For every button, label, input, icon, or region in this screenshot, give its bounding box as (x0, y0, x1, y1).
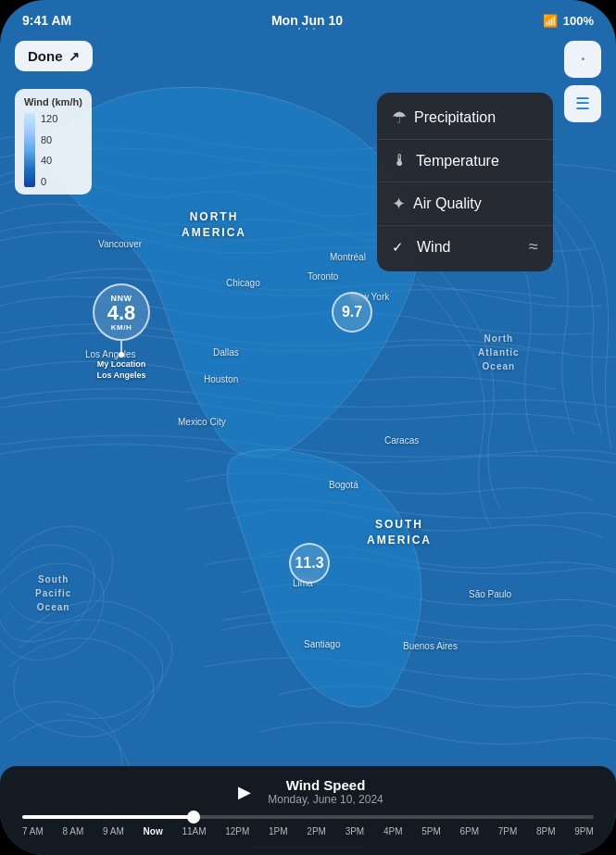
timeline-label-2pm: 2PM (307, 826, 326, 836)
timeline-label-9pm: 9PM (574, 826, 594, 836)
wind-location-label: My Location (97, 359, 146, 369)
timeline-label-8pm: 8PM (536, 826, 556, 836)
play-button[interactable]: ▶ (233, 780, 257, 804)
legend-title: Wind (km/h) (24, 96, 82, 107)
wind-badge-secondary[interactable]: 9.7 (332, 292, 372, 333)
timeline-fill (22, 815, 194, 819)
timeline-header: ▶ Wind Speed Monday, June 10, 2024 (15, 777, 601, 806)
timeline-label-5pm: 5PM (421, 826, 441, 836)
timeline-panel: ▶ Wind Speed Monday, June 10, 2024 7 AM … (0, 766, 616, 855)
timeline-label-7pm: 7PM (498, 826, 518, 836)
wind-speed-secondary: 9.7 (342, 305, 362, 320)
status-time: 9:41 AM (22, 13, 71, 28)
device-frame: 9:41 AM Mon Jun 10 📶 100% ··· Done ↗ ⬝ ☰… (0, 0, 616, 855)
timeline-title: Wind Speed (268, 777, 383, 793)
wind-legend: Wind (km/h) 120 80 40 0 (15, 89, 92, 195)
wind-badge-circle-tertiary: 11.3 (289, 543, 330, 584)
timeline-label-6pm: 6PM (459, 826, 479, 836)
wind-badge-tertiary[interactable]: 11.3 (289, 543, 330, 584)
wind-city-label: Los Angeles (96, 371, 145, 380)
timeline-thumb[interactable] (187, 811, 200, 824)
air-quality-icon: ✦ (392, 194, 406, 214)
timeline-label-now: Now (144, 826, 163, 836)
menu-item-air-quality[interactable]: ✦ Air Quality (377, 182, 553, 226)
status-right: 📶 100% (543, 14, 594, 28)
temperature-label: Temperature (416, 153, 499, 170)
layer-dropdown-menu: ☂ Precipitation 🌡 Temperature ✦ Air Qual… (377, 93, 553, 271)
wind-unit-main: KM/H (111, 323, 132, 332)
legend-labels: 120 80 40 0 (41, 113, 57, 187)
legend-label-0: 0 (41, 176, 57, 187)
cursor-icon: ↗ (69, 49, 80, 64)
legend-label-40: 40 (41, 155, 57, 166)
timeline-label-8am: 8 AM (63, 826, 84, 836)
timeline-label-3pm: 3PM (346, 826, 365, 836)
wind-checkmark: ✓ (392, 239, 404, 256)
timeline-label-12pm: 12PM (225, 826, 249, 836)
wind-label: Wind (417, 239, 450, 256)
timeline-labels: 7 AM 8 AM 9 AM Now 11AM 12PM 1PM 2PM 3PM… (15, 826, 601, 836)
precipitation-icon: ☂ (392, 107, 407, 128)
location-icon: ⬝ (578, 50, 588, 69)
play-icon: ▶ (238, 783, 251, 801)
wind-badge-circle-secondary: 9.7 (332, 292, 372, 333)
menu-item-wind[interactable]: ✓ Wind ≈ (377, 226, 553, 268)
location-button[interactable]: ⬝ (564, 41, 601, 78)
air-quality-label: Air Quality (413, 195, 482, 212)
layers-button[interactable]: ☰ (564, 85, 601, 122)
drag-handle: ··· (296, 19, 319, 38)
timeline-label-7am: 7 AM (22, 826, 44, 836)
wind-icon: ≈ (529, 237, 538, 257)
done-label: Done (28, 48, 63, 64)
temperature-icon: 🌡 (392, 151, 409, 170)
legend-label-80: 80 (41, 134, 57, 145)
wind-badge-dot-main (119, 352, 124, 358)
legend-bar (24, 113, 35, 187)
wind-speed-main: 4.8 (107, 303, 136, 323)
wind-speed-tertiary: 11.3 (295, 556, 323, 571)
layers-icon: ☰ (575, 94, 590, 114)
menu-item-precipitation[interactable]: ☂ Precipitation (377, 96, 553, 140)
timeline-title-block: Wind Speed Monday, June 10, 2024 (268, 777, 383, 806)
timeline-label-1pm: 1PM (269, 826, 288, 836)
right-controls: ⬝ ☰ (564, 41, 601, 122)
wifi-icon: 📶 (543, 14, 558, 28)
timeline-track[interactable] (22, 815, 594, 819)
timeline-date: Monday, June 10, 2024 (268, 793, 383, 806)
timeline-label-11am: 11AM (182, 826, 206, 836)
legend-bar-container: 120 80 40 0 (24, 113, 82, 187)
timeline-label-9am: 9 AM (103, 826, 124, 836)
legend-label-120: 120 (41, 113, 57, 124)
timeline-label-4pm: 4PM (383, 826, 403, 836)
done-button[interactable]: Done ↗ (15, 41, 93, 71)
wind-badge-circle-main: NNW 4.8 KM/H (93, 283, 150, 341)
menu-item-temperature[interactable]: 🌡 Temperature (377, 140, 553, 182)
wind-badge-pointer-main (120, 341, 122, 352)
wind-badge-main[interactable]: NNW 4.8 KM/H My Location Los Angeles (93, 283, 150, 380)
battery: 100% (563, 14, 594, 28)
precipitation-label: Precipitation (414, 109, 496, 126)
